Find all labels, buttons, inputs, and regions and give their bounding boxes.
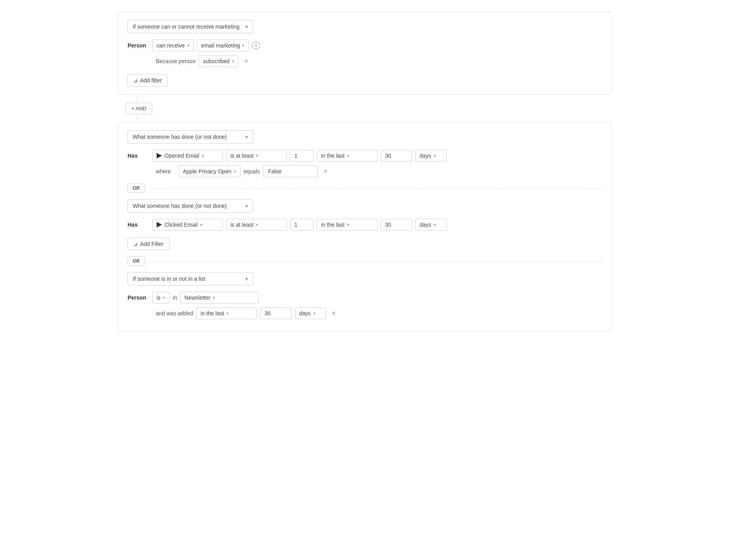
remove-added-button[interactable]: × <box>329 309 338 318</box>
event-value-2: Clicked Email <box>164 222 198 228</box>
filter-icon-2: ⊿ <box>133 241 138 247</box>
info-icon[interactable]: i <box>252 42 260 49</box>
unit-dropdown-1[interactable]: days ▾ <box>415 150 447 162</box>
or-label-1: OR <box>133 185 140 191</box>
marketing-type-value: email marketing <box>201 42 240 49</box>
chevron-down-icon: ▾ <box>347 153 349 158</box>
event-icon-2 <box>157 222 162 227</box>
list-type-dropdown-label: If someone is in or not in a list <box>133 276 205 282</box>
days-value-1: 30 <box>385 153 391 159</box>
list-condition-section: If someone is in or not in a list ▾ Pers… <box>128 272 602 319</box>
event-dropdown-1[interactable]: Opened Email ▾ <box>152 150 223 162</box>
opened-email-row: Has Opened Email ▾ is at least ▾ 1 in th… <box>128 150 602 162</box>
equals-label: equals <box>244 168 260 175</box>
and-button-label: + AND <box>131 105 146 111</box>
has-label-2: Has <box>128 222 149 228</box>
can-receive-value: can receive <box>157 42 185 49</box>
time-dropdown-1[interactable]: in the last ▾ <box>317 150 378 162</box>
person-row: Person can receive ▾ email marketing ▾ i <box>128 40 602 51</box>
event-dropdown-2[interactable]: Clicked Email ▾ <box>152 219 223 231</box>
days-input-1[interactable]: 30 <box>381 150 412 162</box>
condition-value-1: is at least <box>230 153 254 159</box>
activity-condition-block: What someone has done (or not done) ▾ Ha… <box>118 122 612 331</box>
added-days-value: 30 <box>265 310 271 316</box>
unit-dropdown-2[interactable]: days ▾ <box>415 219 447 231</box>
what-done-dropdown-1-label: What someone has done (or not done) <box>133 134 227 140</box>
opened-email-section: What someone has done (or not done) ▾ Ha… <box>128 130 602 177</box>
or-button-1[interactable]: OR <box>128 184 145 193</box>
connector-line-top <box>137 96 138 101</box>
is-dropdown[interactable]: is ▾ <box>152 292 170 304</box>
chevron-down-icon: ▾ <box>200 222 203 227</box>
chevron-down-icon: ▾ <box>187 43 190 48</box>
because-person-label: Because person <box>156 58 195 64</box>
list-person-row: Person is ▾ in Newsletter ▾ <box>128 292 602 304</box>
event-icon-1 <box>157 153 162 158</box>
can-receive-dropdown[interactable]: can receive ▾ <box>152 40 194 51</box>
marketing-type-dropdown[interactable]: If someone can or cannot receive marketi… <box>128 20 253 33</box>
in-label: in <box>173 295 177 301</box>
condition-dropdown-2[interactable]: is at least ▾ <box>226 219 287 231</box>
or-button-2[interactable]: OR <box>128 256 145 266</box>
chevron-down-icon: ▾ <box>434 153 436 158</box>
marketing-type-dropdown[interactable]: email marketing ▾ <box>197 40 249 51</box>
remove-because-person-button[interactable]: × <box>242 57 251 65</box>
or-dashed-line-1 <box>150 188 602 189</box>
is-value: is <box>157 295 161 301</box>
what-done-dropdown-2[interactable]: What someone has done (or not done) ▾ <box>128 199 253 213</box>
add-filter-button-2[interactable]: ⊿ Add Filter <box>128 238 170 250</box>
chevron-down-icon: ▾ <box>163 295 165 300</box>
apple-privacy-dropdown[interactable]: Apple Privacy Open ▾ <box>179 165 241 177</box>
count-value-1: 1 <box>294 153 297 159</box>
add-filter-button[interactable]: ⊿ Add filter <box>128 74 168 87</box>
chevron-down-icon: ▾ <box>202 153 204 158</box>
filter-icon: ⊿ <box>133 78 138 84</box>
chevron-down-icon: ▾ <box>226 311 229 316</box>
and-button[interactable]: + AND <box>126 103 152 114</box>
count-input-1[interactable]: 1 <box>290 150 314 162</box>
days-value-2: 30 <box>385 222 391 228</box>
chevron-down-icon: ▾ <box>245 276 248 282</box>
apple-privacy-value: Apple Privacy Open <box>183 168 232 175</box>
chevron-down-icon: ▾ <box>245 24 248 30</box>
days-input-2[interactable]: 30 <box>381 219 412 231</box>
chevron-down-icon: ▾ <box>213 295 215 300</box>
unit-value-2: days <box>420 222 431 228</box>
chevron-down-icon: ▾ <box>347 222 349 227</box>
time-value-2: in the last <box>321 222 345 228</box>
what-done-dropdown-1[interactable]: What someone has done (or not done) ▾ <box>128 130 253 144</box>
remove-where-button[interactable]: × <box>321 167 330 176</box>
or-dashed-line-2 <box>150 261 602 262</box>
has-label-1: Has <box>128 153 149 159</box>
chevron-down-icon: ▾ <box>242 43 245 48</box>
chevron-down-icon: ▾ <box>232 59 234 64</box>
list-type-dropdown[interactable]: If someone is in or not in a list ▾ <box>128 272 253 285</box>
filter-value-input[interactable]: False <box>263 165 318 177</box>
added-time-value: in the last <box>201 310 224 316</box>
event-value-1: Opened Email <box>164 153 199 159</box>
chevron-down-icon: ▾ <box>245 134 248 140</box>
where-row: where Apple Privacy Open ▾ equals False … <box>128 165 602 177</box>
count-value-2: 1 <box>294 222 297 228</box>
added-time-dropdown[interactable]: in the last ▾ <box>196 307 257 319</box>
condition-value-2: is at least <box>230 222 254 228</box>
chevron-down-icon: ▾ <box>234 169 236 174</box>
subscribed-value: subscribed <box>203 58 230 64</box>
add-filter-label-2: Add Filter <box>140 241 164 247</box>
connector-line-bottom <box>137 116 138 120</box>
and-connector: + AND <box>118 96 612 120</box>
list-dropdown[interactable]: Newsletter ▾ <box>180 292 259 304</box>
added-days-input[interactable]: 30 <box>260 307 292 319</box>
marketing-type-dropdown-label: If someone can or cannot receive marketi… <box>133 24 239 30</box>
or-label-2: OR <box>133 258 140 264</box>
time-dropdown-2[interactable]: in the last ▾ <box>317 219 378 231</box>
or-separator-2: OR <box>128 256 602 266</box>
chevron-down-icon: ▾ <box>313 311 316 316</box>
count-input-2[interactable]: 1 <box>290 219 314 231</box>
and-was-added-row: and was added in the last ▾ 30 days ▾ × <box>128 307 602 319</box>
added-unit-dropdown[interactable]: days ▾ <box>295 307 326 319</box>
where-label: where <box>156 168 175 175</box>
subscribed-dropdown[interactable]: subscribed ▾ <box>199 55 239 67</box>
condition-dropdown-1[interactable]: is at least ▾ <box>226 150 287 162</box>
and-was-added-label: and was added <box>156 310 193 316</box>
